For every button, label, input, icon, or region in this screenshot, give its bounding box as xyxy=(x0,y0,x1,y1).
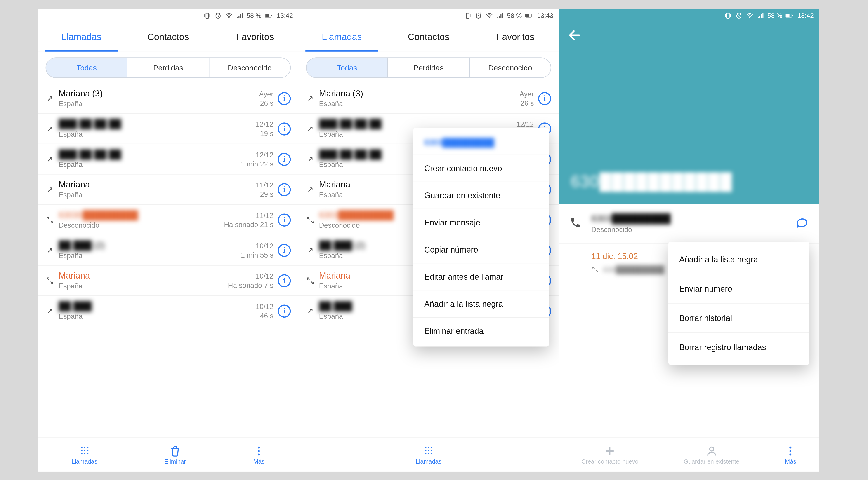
filter-all[interactable]: Todas xyxy=(307,58,388,77)
call-row[interactable]: ███ ██ ██ ██España12/121 min 22 si xyxy=(38,144,298,174)
call-sub: Desconocido xyxy=(59,221,224,229)
filter-missed[interactable]: Perdidas xyxy=(127,58,209,77)
context-menu: Añadir a la lista negraEnviar númeroBorr… xyxy=(669,242,809,365)
call-row[interactable]: Mariana(3)EspañaAyer26 si xyxy=(38,83,298,114)
filter-unknown[interactable]: Desconocido xyxy=(209,58,290,77)
context-menu-item[interactable]: Borrar registro llamadas xyxy=(669,332,809,362)
outgoing-call-icon xyxy=(43,307,57,315)
info-icon[interactable]: i xyxy=(278,243,291,256)
svg-rect-22 xyxy=(526,14,529,17)
svg-point-2 xyxy=(228,17,229,18)
svg-point-6 xyxy=(81,446,82,448)
battery-icon xyxy=(785,12,793,20)
number-section[interactable]: 6303█████████ Desconocido xyxy=(559,204,819,244)
tab-favorites[interactable]: Favoritos xyxy=(472,23,559,51)
call-name: 63030█████████ xyxy=(59,210,224,220)
tab-calls[interactable]: Llamadas xyxy=(38,23,125,51)
outgoing-call-icon xyxy=(43,185,57,194)
more-label: Más xyxy=(253,458,265,464)
info-icon[interactable]: i xyxy=(278,92,291,105)
call-sub: España xyxy=(59,191,256,199)
missed-call-icon xyxy=(43,276,57,285)
call-row[interactable]: ██ ███ (2)España10/121 min 55 si xyxy=(38,235,298,265)
call-sub: España xyxy=(59,160,241,169)
outgoing-call-icon xyxy=(43,124,57,133)
vibrate-icon xyxy=(464,12,471,20)
context-menu-item[interactable]: Editar antes de llamar xyxy=(413,263,549,290)
alarm-icon xyxy=(214,12,222,20)
call-row[interactable]: ███ ██ ██ ██España12/1219 si xyxy=(38,114,298,144)
context-menu-item[interactable]: Añadir a la lista negra xyxy=(413,290,549,317)
dialpad-label: Llamadas xyxy=(416,458,441,464)
svg-point-17 xyxy=(258,453,260,455)
tab-calls[interactable]: Llamadas xyxy=(298,23,385,51)
context-menu-item[interactable]: Copiar número xyxy=(413,236,549,263)
call-duration: 46 s xyxy=(256,311,273,319)
context-menu-item[interactable]: Crear contacto nuevo xyxy=(413,154,549,181)
context-menu-item[interactable]: Añadir a la lista negra xyxy=(669,245,809,274)
call-list[interactable]: Mariana(3)EspañaAyer26 si███ ██ ██ ██Esp… xyxy=(38,83,298,471)
filter-missed[interactable]: Perdidas xyxy=(388,58,469,77)
svg-point-41 xyxy=(789,450,792,452)
screen-call-log: 58 % 13:42 Llamadas Contactos Favoritos … xyxy=(38,9,298,472)
call-date: Ayer xyxy=(520,90,534,98)
dialpad-button[interactable]: Llamadas xyxy=(71,445,97,464)
context-menu-item[interactable]: Enviar número xyxy=(669,274,809,303)
context-menu-item[interactable]: Enviar mensaje xyxy=(413,208,549,236)
more-button[interactable]: Más xyxy=(784,445,797,464)
filter-unknown[interactable]: Desconocido xyxy=(469,58,551,77)
battery-icon xyxy=(525,12,533,20)
info-icon[interactable]: i xyxy=(278,304,291,317)
filter-all[interactable]: Todas xyxy=(46,58,127,77)
tab-favorites[interactable]: Favoritos xyxy=(212,23,298,51)
call-date: 10/12 xyxy=(228,272,273,280)
svg-point-7 xyxy=(84,446,85,448)
svg-point-40 xyxy=(789,446,792,448)
context-menu-item[interactable]: Guardar en existente xyxy=(413,181,549,208)
outgoing-call-icon xyxy=(43,246,57,254)
call-row[interactable]: MarianaEspaña11/1229 si xyxy=(38,174,298,205)
call-row[interactable]: Mariana(3)EspañaAyer26 si xyxy=(298,83,559,114)
call-date: Ayer xyxy=(259,90,274,98)
tab-contacts[interactable]: Contactos xyxy=(385,23,472,51)
call-date: 10/12 xyxy=(256,302,273,310)
clock: 13:42 xyxy=(798,12,814,20)
bottom-toolbar: Llamadas Eliminar Más xyxy=(38,437,298,472)
delete-button[interactable]: Eliminar xyxy=(164,445,186,464)
new-contact-button[interactable]: Crear contacto nuevo xyxy=(581,445,638,464)
wifi-icon xyxy=(485,12,493,20)
tab-contacts[interactable]: Contactos xyxy=(125,23,212,51)
call-row[interactable]: ██ ███España10/1246 si xyxy=(38,296,298,326)
context-menu-item[interactable]: Borrar historial xyxy=(669,303,809,332)
context-menu: 6303█████████ Crear contacto nuevoGuarda… xyxy=(413,128,549,346)
info-icon[interactable]: i xyxy=(278,213,291,226)
clock: 13:43 xyxy=(537,12,553,20)
outgoing-call-icon xyxy=(304,94,317,103)
call-row[interactable]: 63030█████████Desconocido11/12Ha sonado … xyxy=(38,205,298,235)
new-contact-label: Crear contacto nuevo xyxy=(581,458,638,464)
call-name: Mariana(3) xyxy=(59,89,259,99)
info-icon[interactable]: i xyxy=(278,274,291,287)
svg-point-28 xyxy=(428,449,429,451)
context-menu-item[interactable]: Eliminar entrada xyxy=(413,317,549,344)
info-icon[interactable]: i xyxy=(538,92,551,105)
call-row[interactable]: MarianaEspaña10/12Ha sonado 7 si xyxy=(38,265,298,296)
call-name: Mariana xyxy=(59,180,256,190)
screen-contact-detail: 58 % 13:42 630███████████ 6303█████████ … xyxy=(559,9,819,472)
info-icon[interactable]: i xyxy=(278,122,291,135)
more-button[interactable]: Más xyxy=(253,445,265,464)
more-label: Más xyxy=(785,458,796,464)
dialpad-label: Llamadas xyxy=(71,458,97,464)
call-date: 10/12 xyxy=(241,241,274,250)
message-icon[interactable] xyxy=(795,216,808,231)
info-icon[interactable]: i xyxy=(278,183,291,196)
info-icon[interactable]: i xyxy=(278,152,291,166)
back-button[interactable] xyxy=(567,28,581,44)
svg-point-11 xyxy=(87,449,88,451)
call-name: Mariana xyxy=(59,271,228,280)
svg-point-35 xyxy=(749,17,750,18)
save-existing-button[interactable]: Guardar en existente xyxy=(684,445,739,464)
svg-rect-0 xyxy=(206,13,208,18)
dialpad-button[interactable]: Llamadas xyxy=(416,445,441,464)
svg-point-16 xyxy=(258,450,260,452)
